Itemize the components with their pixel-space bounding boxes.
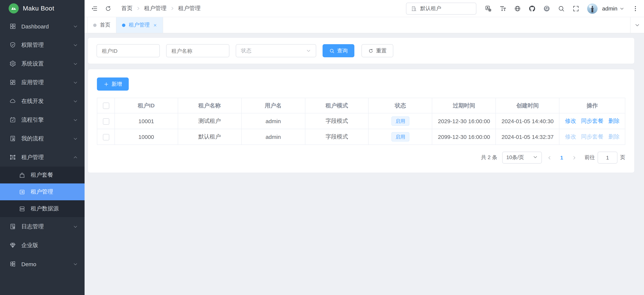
- app-logo[interactable]: Maku Boot: [0, 0, 84, 17]
- topbar-actions: 默认租户: [406, 3, 639, 15]
- close-icon[interactable]: [153, 23, 157, 27]
- sidebar-item-label: 租户管理: [21, 154, 44, 161]
- chevron-down-icon: [306, 48, 311, 53]
- sync-package-link[interactable]: 同步套餐: [581, 118, 604, 125]
- breadcrumb-item-home[interactable]: 首页: [121, 5, 132, 12]
- font-size-icon[interactable]: [500, 5, 506, 12]
- tenant-name-input[interactable]: [166, 44, 230, 57]
- page-unit-label: 页: [620, 154, 625, 161]
- chevron-right-icon: [170, 6, 175, 11]
- select-all-checkbox[interactable]: [103, 103, 109, 109]
- cell-expire-time: 2029-12-30 16:00:00: [432, 113, 496, 129]
- chevron-down-icon: [73, 224, 78, 229]
- demo-grid-icon: [9, 260, 16, 267]
- github-icon[interactable]: [529, 5, 536, 12]
- prev-page-button[interactable]: [544, 155, 554, 160]
- add-button[interactable]: 新增: [97, 78, 129, 91]
- page-number[interactable]: 1: [557, 155, 566, 161]
- status-select-placeholder: 状态: [241, 47, 252, 54]
- fullscreen-icon[interactable]: [572, 5, 579, 12]
- sidebar-item-tenant-management[interactable]: 租户管理: [0, 148, 84, 167]
- avatar[interactable]: [587, 3, 598, 14]
- row-checkbox[interactable]: [103, 118, 109, 125]
- page-size-select[interactable]: 10条/页: [502, 152, 542, 164]
- sidebar-fold-icon[interactable]: [91, 5, 98, 12]
- table-card: 新增 租户ID 租户名称 用户名 租户模式 状态: [88, 69, 635, 173]
- column-header-actions: 操作: [560, 98, 625, 113]
- tab-overflow-button[interactable]: [630, 17, 644, 33]
- sidebar-item-tenant-package[interactable]: 租户套餐: [0, 167, 84, 183]
- next-page-button[interactable]: [569, 155, 579, 160]
- gitee-icon[interactable]: [543, 5, 550, 12]
- postcard-icon: [9, 154, 16, 161]
- sidebar-item-app-management[interactable]: 应用管理: [0, 73, 84, 92]
- column-header-tenant-name: 租户名称: [178, 98, 241, 113]
- sync-package-link[interactable]: 同步套餐: [581, 133, 604, 140]
- goto-label: 前往: [584, 154, 595, 161]
- shield-check-icon: [9, 42, 16, 48]
- chevron-down-icon: [73, 43, 78, 47]
- cell-mode: 字段模式: [305, 113, 368, 129]
- app-title: Maku Boot: [23, 5, 54, 12]
- translate-icon[interactable]: [485, 5, 492, 12]
- server-icon: [19, 205, 26, 212]
- total-count-label: 共 2 条: [481, 154, 497, 161]
- status-badge[interactable]: 启用: [392, 116, 410, 126]
- row-checkbox[interactable]: [103, 134, 109, 140]
- sidebar: Maku Boot Dashboard 权限管理 系统设置 应用管理: [0, 0, 84, 295]
- sidebar-item-label: 在线开发: [21, 98, 44, 105]
- chevron-down-icon: [73, 61, 78, 66]
- status-badge[interactable]: 启用: [392, 132, 410, 142]
- cell-tenant-id: 10001: [115, 113, 178, 129]
- query-button[interactable]: 查询: [322, 44, 354, 57]
- sidebar-item-system-settings[interactable]: 系统设置: [0, 54, 84, 73]
- globe-icon[interactable]: [514, 5, 521, 12]
- app-window: Maku Boot Dashboard 权限管理 系统设置 应用管理: [0, 0, 644, 295]
- chevron-right-icon: [136, 6, 141, 11]
- add-button-label: 新增: [112, 81, 122, 87]
- kebab-menu-icon[interactable]: [632, 5, 639, 12]
- user-menu[interactable]: admin: [602, 5, 624, 12]
- page-size-value: 10条/页: [506, 154, 524, 161]
- tab-tenant-management[interactable]: 租户管理: [116, 17, 163, 33]
- sidebar-item-online-dev[interactable]: 在线开发: [0, 92, 84, 110]
- chevron-down-icon: [533, 155, 538, 161]
- edit-link[interactable]: 修改: [565, 133, 576, 140]
- tab-bar: 首页 租户管理: [84, 17, 644, 33]
- pagination: 共 2 条 10条/页 1 前往 页: [97, 152, 625, 164]
- edit-link[interactable]: 修改: [565, 118, 576, 125]
- tenant-table: 租户ID 租户名称 用户名 租户模式 状态 过期时间 创建时间 操作: [97, 98, 625, 145]
- status-select[interactable]: 状态: [236, 44, 316, 57]
- sidebar-item-flow-engine[interactable]: 流程引擎: [0, 110, 84, 129]
- dashboard-grid-icon: [9, 23, 16, 30]
- tab-home[interactable]: 首页: [87, 17, 116, 33]
- reset-button[interactable]: 重置: [362, 44, 393, 57]
- sidebar-item-label: 租户套餐: [31, 171, 53, 179]
- chevron-down-icon: [73, 117, 78, 122]
- chevron-down-icon: [635, 23, 640, 28]
- sidebar-item-enterprise[interactable]: 企业版: [0, 236, 84, 254]
- breadcrumb-item-tenant[interactable]: 租户管理: [144, 5, 166, 12]
- table-header-row: 租户ID 租户名称 用户名 租户模式 状态 过期时间 创建时间 操作: [97, 98, 625, 113]
- delete-link[interactable]: 删除: [608, 133, 620, 140]
- sidebar-item-my-flows[interactable]: 我的流程: [0, 129, 84, 148]
- cell-create-time: 2024-01-05 14:40:30: [496, 113, 560, 129]
- top-bar: 首页 租户管理 租户管理 默认租户: [84, 0, 644, 17]
- delete-link[interactable]: 删除: [608, 118, 620, 125]
- goto-page-input[interactable]: [598, 152, 618, 164]
- sidebar-item-demo[interactable]: Demo: [0, 254, 84, 273]
- sidebar-item-label: 企业版: [21, 242, 38, 249]
- refresh-icon: [368, 48, 374, 53]
- search-icon[interactable]: [558, 5, 565, 12]
- tenant-id-input[interactable]: [96, 44, 160, 57]
- breadcrumb-item-current: 租户管理: [178, 5, 200, 12]
- sidebar-item-log-management[interactable]: 日志管理: [0, 217, 84, 236]
- sidebar-item-tenant-datasource[interactable]: 租户数据源: [0, 200, 84, 217]
- tenant-select[interactable]: 默认租户: [406, 3, 476, 15]
- document-user-icon: [9, 135, 16, 142]
- sidebar-item-dashboard[interactable]: Dashboard: [0, 17, 84, 36]
- refresh-icon[interactable]: [105, 5, 112, 12]
- sidebar-item-permissions[interactable]: 权限管理: [0, 36, 84, 54]
- sidebar-item-tenant-management-child[interactable]: 租户管理: [0, 183, 84, 200]
- column-header-expire: 过期时间: [432, 98, 496, 113]
